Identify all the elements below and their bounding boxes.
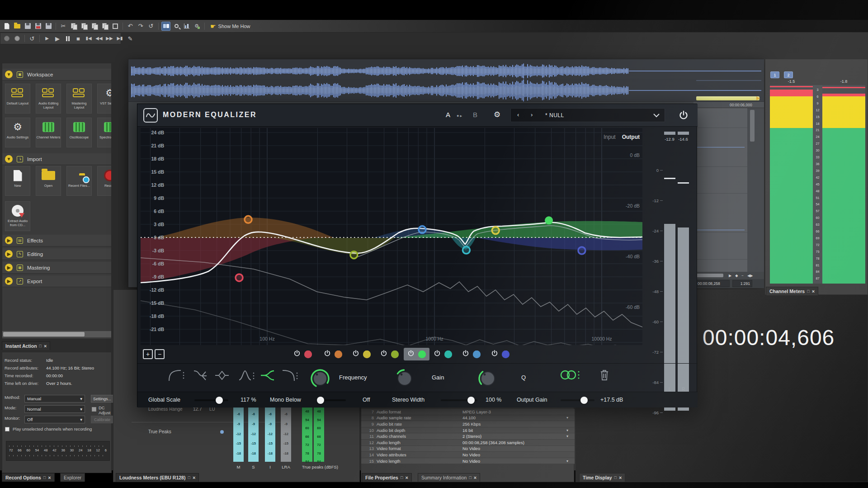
- filter-shelf-selected-icon[interactable]: [259, 368, 276, 384]
- stereo-placement-icon[interactable]: [558, 368, 581, 384]
- file-property-row[interactable]: 10Audio bit depth16 bit▾: [361, 427, 575, 434]
- filter-notch-icon[interactable]: [238, 368, 256, 384]
- workspace-tile[interactable]: ⚙Audio Settings: [5, 118, 30, 147]
- play-all-icon[interactable]: ▶: [42, 34, 52, 43]
- stereo-width-slider[interactable]: [441, 399, 477, 401]
- horizontal-scrollbar[interactable]: [695, 274, 723, 277]
- band-4-selector[interactable]: [377, 348, 402, 360]
- expand-chevron-icon[interactable]: ▶: [5, 250, 13, 258]
- band-color-dot[interactable]: [444, 351, 452, 358]
- band-power-icon[interactable]: [407, 350, 415, 359]
- eq-band-node[interactable]: [492, 227, 499, 234]
- equalizer-header[interactable]: MODERN EQUALIZER A ●▸ B ⚙ ‹ › * NULL: [137, 104, 698, 127]
- file-property-row[interactable]: 8Audio sample rate44.100▾: [361, 415, 575, 422]
- extract-audio-tile[interactable]: Extract Audio from CD...: [5, 201, 30, 231]
- workspace-tile[interactable]: Channel Meters: [36, 118, 61, 147]
- band-color-dot[interactable]: [363, 351, 371, 358]
- zoom-tool-icon[interactable]: [172, 22, 181, 31]
- undo-icon[interactable]: ↶: [126, 22, 135, 31]
- tab-file-properties[interactable]: File Properties□×: [362, 473, 412, 482]
- eq-band-node[interactable]: [578, 247, 585, 254]
- expand-chevron-icon[interactable]: ▶: [5, 237, 13, 244]
- trim-icon[interactable]: [100, 22, 109, 31]
- sidebar-item-export[interactable]: ▶↗Export: [2, 275, 112, 287]
- go-to-start-icon[interactable]: ▮◀: [84, 34, 93, 43]
- filter-highcut-icon[interactable]: [281, 368, 299, 384]
- tab-loudness-meters[interactable]: Loudness Meters (EBU R128)□×: [116, 473, 199, 482]
- tab-summary-information[interactable]: Summary Information□×: [418, 473, 480, 482]
- file-property-row[interactable]: 15Video lengthNo Video▾: [361, 458, 575, 464]
- output-gain-slider[interactable]: [561, 399, 594, 401]
- chevron-down-icon[interactable]: [653, 113, 660, 118]
- delete-band-icon[interactable]: [599, 368, 610, 384]
- channel-1-button[interactable]: 1: [770, 71, 779, 78]
- crop-icon[interactable]: [111, 22, 120, 31]
- eq-band-node[interactable]: [245, 216, 252, 223]
- band-power-icon[interactable]: [491, 350, 498, 359]
- scrub-tool-icon[interactable]: ✎: [126, 34, 135, 43]
- band-2-selector[interactable]: [320, 348, 346, 360]
- band-color-dot[interactable]: [502, 351, 509, 358]
- repeat-icon[interactable]: ↺: [146, 22, 156, 31]
- band-7-selector[interactable]: [458, 348, 484, 360]
- import-tile[interactable]: New: [5, 166, 30, 196]
- slider-thumb[interactable]: [580, 397, 588, 404]
- import-section-header[interactable]: ▼ ↴ Import: [2, 153, 112, 165]
- cut-icon[interactable]: ✂: [59, 22, 68, 31]
- open-file-icon[interactable]: [13, 22, 22, 31]
- filter-bell-icon[interactable]: [214, 368, 230, 384]
- loudness-overview-bar[interactable]: [696, 96, 760, 100]
- tab-explorer[interactable]: Explorer: [60, 473, 85, 482]
- sidebar-item-mastering[interactable]: ▶▦Mastering: [2, 262, 112, 274]
- save-icon[interactable]: [23, 22, 32, 31]
- expand-chevron-icon[interactable]: ▶: [5, 264, 13, 271]
- preset-b-button[interactable]: B: [473, 111, 477, 118]
- band-3-selector[interactable]: [349, 348, 374, 360]
- band-power-icon[interactable]: [352, 350, 359, 359]
- expand-chevron-icon[interactable]: ▶: [5, 277, 13, 285]
- ab-compare-icon[interactable]: ●▸: [457, 114, 463, 118]
- band-color-dot[interactable]: [304, 351, 312, 358]
- tab-instant-action[interactable]: Instant Action□×: [2, 341, 50, 350]
- horizontal-scrollbar[interactable]: [2, 331, 112, 337]
- rewind-icon[interactable]: ◀◀: [94, 34, 104, 43]
- eq-curve-display[interactable]: 24 dB21 dB18 dB15 dB12 dB9 dB6 dB3 dB0 d…: [141, 128, 642, 345]
- band-1-selector[interactable]: [290, 348, 316, 360]
- zoom-out-button[interactable]: −: [155, 349, 165, 359]
- tab-channel-meters[interactable]: Channel Meters□×: [766, 287, 818, 295]
- slider-thumb[interactable]: [216, 397, 223, 404]
- eq-band-node[interactable]: [419, 226, 426, 233]
- band-power-icon[interactable]: [324, 350, 331, 359]
- channel-converter-icon[interactable]: [161, 22, 170, 31]
- batch-converter-icon[interactable]: [193, 22, 202, 31]
- workspace-tile[interactable]: Default Layout: [5, 84, 30, 114]
- preset-prev-icon[interactable]: ‹: [517, 111, 519, 118]
- mono-below-slider[interactable]: [316, 399, 346, 401]
- sidebar-item-effects[interactable]: ▶▤Effects: [2, 235, 112, 246]
- calibrate-button[interactable]: Calibrate: [91, 416, 113, 423]
- track-area[interactable]: [693, 108, 747, 272]
- filter-highpass-icon[interactable]: [167, 368, 185, 384]
- record-icon[interactable]: [13, 34, 22, 43]
- vertical-scrollbar[interactable]: [747, 108, 764, 272]
- band-color-dot[interactable]: [391, 351, 399, 358]
- dc-adjust-checkbox[interactable]: [92, 407, 96, 412]
- paste-icon[interactable]: [80, 22, 89, 31]
- band-power-icon[interactable]: [434, 350, 441, 359]
- slider-thumb[interactable]: [467, 397, 475, 404]
- q-knob[interactable]: [477, 368, 498, 391]
- preset-next-icon[interactable]: ›: [531, 111, 533, 118]
- band-power-icon[interactable]: [462, 350, 469, 359]
- band-color-dot[interactable]: [473, 351, 481, 358]
- zoom-fit-icon[interactable]: ◀▶: [747, 274, 753, 278]
- tab-record-options[interactable]: Record Options□×: [2, 473, 55, 482]
- save-all-icon[interactable]: [44, 22, 53, 31]
- zoom-in-button[interactable]: +: [143, 349, 153, 359]
- pause-icon[interactable]: [63, 34, 72, 43]
- workspace-section-header[interactable]: ▼ ▣ Workspace: [2, 69, 112, 81]
- band-5-selector[interactable]: [404, 348, 429, 360]
- filter-lowshelf-icon[interactable]: [192, 368, 208, 384]
- zoom-out-icon[interactable]: −: [741, 274, 744, 278]
- slider-thumb[interactable]: [317, 397, 324, 404]
- file-property-row[interactable]: 11Audio channels2 (Stereo)▾: [361, 433, 575, 440]
